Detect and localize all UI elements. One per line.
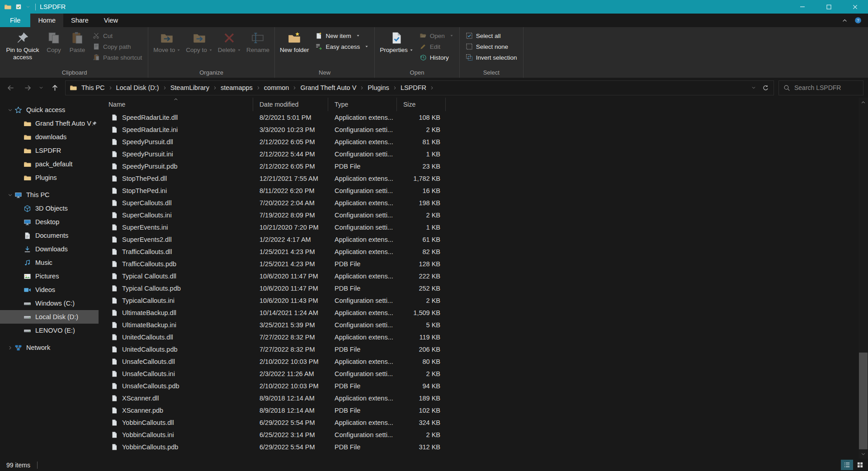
file-row-speedypursuit-dll[interactable]: SpeedyPursuit.dll2/12/2022 6:05 PMApplic… [99,136,859,148]
file-row-unitedcallouts-pdb[interactable]: UnitedCallouts.pdb7/27/2022 8:32 PMPDB F… [99,343,859,355]
copy-path-button[interactable]: Copy path [89,42,146,52]
rename-button[interactable]: Rename [244,28,272,55]
file-row-unitedcallouts-dll[interactable]: UnitedCallouts.dll7/27/2022 8:32 PMAppli… [99,331,859,343]
breadcrumb-chevron-icon[interactable] [210,86,220,90]
properties-button[interactable]: Properties [377,28,416,55]
tab-share[interactable]: Share [63,14,96,27]
scrollbar-thumb[interactable] [859,353,868,449]
sidebar-item-music[interactable]: Music [0,256,99,269]
chevron-down-icon[interactable] [5,193,14,198]
sidebar-item-documents[interactable]: Documents [0,229,99,242]
breadcrumb-item-lspdfr[interactable]: LSPDFR [400,84,427,91]
pin-to-quick-access-button[interactable]: Pin to Quick access [3,28,42,62]
breadcrumb-chevron-icon[interactable] [254,86,263,90]
delete-button[interactable]: Delete [215,28,244,55]
sidebar-item-network[interactable]: Network [0,341,99,354]
minimize-button[interactable] [789,0,816,14]
file-row-stoptheped-ini[interactable]: StopThePed.ini8/11/2022 6:20 PMConfigura… [99,184,859,197]
breadcrumb-item-steamapps[interactable]: steamapps [220,84,254,91]
sidebar-item-downloads[interactable]: downloads [0,130,99,144]
column-header-name[interactable]: Name [99,98,253,111]
file-row-ultimatebackup-dll[interactable]: UltimateBackup.dll10/14/2021 1:24 AMAppl… [99,306,859,319]
file-row-speedypursuit-ini[interactable]: SpeedyPursuit.ini2/12/2022 5:44 PMConfig… [99,148,859,160]
icons-view-button[interactable] [854,460,866,470]
details-view-button[interactable] [841,460,853,470]
breadcrumb-item-local-disk-d[interactable]: Local Disk (D:) [115,84,160,91]
address-box[interactable]: This PCLocal Disk (D:)SteamLibrarysteama… [65,80,774,95]
qat-customize-chevron-icon[interactable] [26,5,30,9]
file-row-xscanner-pdb[interactable]: XScanner.pdb8/9/2018 12:14 AMPDB File102… [99,404,859,416]
breadcrumb-item-steamlibrary[interactable]: SteamLibrary [170,84,210,91]
sidebar-item-desktop[interactable]: Desktop [0,215,99,229]
sidebar-item-downloads[interactable]: Downloads [0,242,99,256]
select-all-button[interactable]: Select all [462,31,521,41]
up-button[interactable] [46,80,63,95]
sidebar-item-quick-access[interactable]: Quick access [0,103,99,117]
refresh-icon[interactable] [762,85,769,91]
file-row-stoptheped-dll[interactable]: StopThePed.dll12/21/2021 7:55 AMApplicat… [99,172,859,184]
forward-button[interactable] [19,80,36,95]
breadcrumb-chevron-icon[interactable] [290,86,299,90]
breadcrumb-chevron-icon[interactable] [390,86,400,90]
open-button[interactable]: Open [416,31,457,41]
file-row-yobbincallouts-pdb[interactable]: YobbinCallouts.pdb6/29/2022 5:54 PMPDB F… [99,441,859,453]
sidebar-item-grand-theft-auto-v[interactable]: Grand Theft Auto V [0,117,99,130]
sidebar-item-this-pc[interactable]: This PC [0,188,99,202]
file-row-speedypursuit-pdb[interactable]: SpeedyPursuit.pdb2/12/2022 6:05 PMPDB Fi… [99,160,859,172]
sidebar-item-pictures[interactable]: Pictures [0,269,99,283]
history-button[interactable]: History [416,52,457,62]
breadcrumb-chevron-icon[interactable] [160,86,170,90]
breadcrumb-chevron-icon[interactable] [106,86,115,90]
file-row-speedradarlite-ini[interactable]: SpeedRadarLite.ini3/3/2020 10:23 PMConfi… [99,123,859,136]
tab-view[interactable]: View [96,14,126,27]
breadcrumb-item-plugins[interactable]: Plugins [367,84,390,91]
sidebar-item-lenovo-e[interactable]: LENOVO (E:) [0,324,99,337]
file-row-ultimatebackup-ini[interactable]: UltimateBackup.ini3/25/2021 5:39 PMConfi… [99,319,859,331]
sidebar-item-plugins[interactable]: Plugins [0,171,99,184]
vertical-scrollbar[interactable] [859,98,868,459]
chevron-right-icon[interactable] [5,345,14,350]
paste-button[interactable]: Paste [66,28,89,55]
file-row-xscanner-dll[interactable]: XScanner.dll8/9/2018 12:14 AMApplication… [99,392,859,404]
copy-button[interactable]: Copy [42,28,66,55]
file-row-unsafecallouts-dll[interactable]: UnsafeCallouts.dll2/10/2022 10:03 PMAppl… [99,355,859,367]
invert-selection-button[interactable]: Invert selection [462,52,521,62]
file-row-typical-callouts-pdb[interactable]: Typical Callouts.pdb10/6/2020 11:47 PMPD… [99,282,859,294]
file-row-supercallouts-dll[interactable]: SuperCallouts.dll7/20/2022 2:04 AMApplic… [99,197,859,209]
tab-home[interactable]: Home [30,14,63,27]
easy-access-button[interactable]: Easy access [311,42,372,52]
minimize-ribbon-icon[interactable] [842,18,848,24]
scroll-down-button[interactable] [859,449,868,459]
sidebar-item-windows-c[interactable]: Windows (C:) [0,297,99,310]
file-row-trafficcallouts-dll[interactable]: TrafficCallouts.dll1/25/2021 4:23 PMAppl… [99,245,859,258]
back-button[interactable] [2,80,19,95]
column-header-type[interactable]: Type [328,98,397,111]
breadcrumb-item-this-pc[interactable]: This PC [80,84,106,91]
sidebar-item-local-disk-d[interactable]: Local Disk (D:) [0,310,99,324]
scroll-up-button[interactable] [859,98,868,107]
column-header-date-modified[interactable]: Date modified [253,98,328,111]
file-row-yobbincallouts-ini[interactable]: YobbinCallouts.ini6/25/2022 3:14 PMConfi… [99,429,859,441]
new-folder-button[interactable]: New folder [277,28,312,55]
breadcrumb-item-grand-theft-auto-v[interactable]: Grand Theft Auto V [299,84,357,91]
file-row-typicalcallouts-ini[interactable]: TypicalCallouts.ini10/6/2020 11:43 PMCon… [99,294,859,306]
address-dropdown-icon[interactable] [751,85,756,90]
file-row-superevents2-dll[interactable]: SuperEvents2.dll1/2/2022 4:17 AMApplicat… [99,233,859,245]
new-item-button[interactable]: New item [311,31,372,41]
chevron-down-icon[interactable] [5,108,14,113]
file-row-trafficcallouts-pdb[interactable]: TrafficCallouts.pdb1/25/2021 4:23 PMPDB … [99,258,859,270]
paste-shortcut-button[interactable]: Paste shortcut [89,52,146,62]
move-to-button[interactable]: Move to [151,28,183,55]
column-header-size[interactable]: Size [397,98,446,111]
recent-locations-button[interactable] [36,80,46,95]
sidebar-item-3d-objects[interactable]: 3D Objects [0,202,99,215]
tab-file[interactable]: File [0,14,30,27]
select-none-button[interactable]: Select none [462,42,521,52]
file-row-speedradarlite-dll[interactable]: SpeedRadarLite.dll8/2/2021 5:01 PMApplic… [99,111,859,123]
breadcrumb-chevron-icon[interactable] [357,86,367,90]
maximize-button[interactable] [816,0,842,14]
file-row-unsafecallouts-pdb[interactable]: UnsafeCallouts.pdb2/10/2022 10:03 PMPDB … [99,380,859,392]
sidebar-item-pack-default[interactable]: pack_default [0,157,99,171]
file-row-supercallouts-ini[interactable]: SuperCallouts.ini7/19/2022 8:09 PMConfig… [99,209,859,221]
file-row-typical-callouts-dll[interactable]: Typical Callouts.dll10/6/2020 11:47 PMAp… [99,270,859,282]
